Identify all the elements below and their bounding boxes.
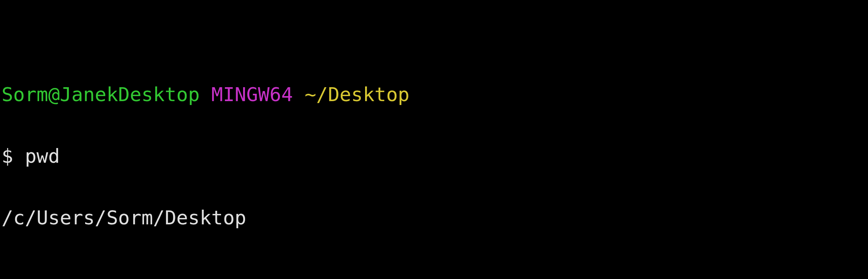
command-line-1: $ pwd [2,146,866,167]
cwd-path: ~/Desktop [305,83,410,106]
shell-env: MINGW64 [211,83,293,106]
user-host: Sorm@JanekDesktop [2,83,200,106]
terminal-window[interactable]: Sorm@JanekDesktop MINGW64 ~/Desktop $ pw… [0,0,868,279]
prompt-symbol: $ [2,145,25,167]
prompt-line-1: Sorm@JanekDesktop MINGW64 ~/Desktop [2,84,866,105]
command-output-1: /c/Users/Sorm/Desktop [2,208,866,228]
command-text: pwd [25,145,60,167]
